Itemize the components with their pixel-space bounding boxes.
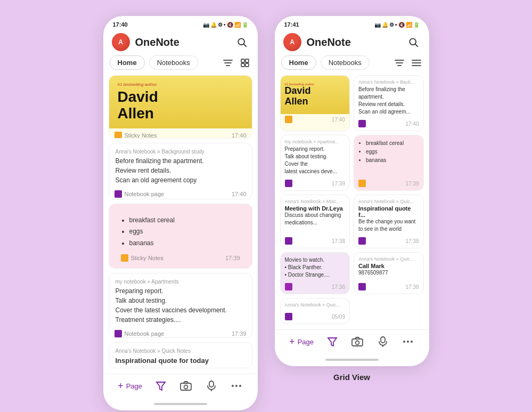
notebook-icon-4 — [114, 330, 122, 337]
list-scroll-area[interactable]: #1 bestselling author David Allen Sticky… — [103, 75, 258, 374]
grid-card-partial[interactable]: Anna's Notebook » Quic... 05/09 — [280, 298, 350, 324]
nb-icon-g6 — [358, 237, 366, 245]
sticky-note-icon-1 — [114, 132, 122, 139]
grid-view-phone: 17:41 📷 🔔 ⚙ • 🔇 📶 🔋 A OneNote — [275, 16, 429, 366]
svg-marker-25 — [328, 338, 337, 346]
card-time-2: 17:40 — [232, 191, 247, 197]
grid-footer-1: 17:40 — [281, 114, 350, 126]
page-label-left: Page — [126, 382, 142, 390]
svg-marker-9 — [157, 382, 165, 390]
add-icon-right: + — [289, 336, 295, 348]
svg-rect-5 — [241, 59, 244, 62]
sticky-icon-g4 — [358, 180, 366, 187]
card-meta-5: Anna's Notebook » Quick Notes — [116, 348, 245, 354]
card-footer-4: Notebook page 17:39 — [109, 328, 252, 338]
card-footer-sticky: Sticky Notes 17:40 — [109, 128, 252, 139]
card-footer-2: Notebook page 17:40 — [109, 188, 252, 199]
grid-icon-left[interactable] — [239, 56, 251, 69]
grid-body-6: Anna's Notebook » Quic... Inspirational … — [354, 195, 423, 236]
card-text-4: my notebook » Apartments Preparing repor… — [109, 273, 252, 328]
svg-rect-8 — [245, 63, 249, 67]
grid-meta-3: my notebook » Apartme... — [285, 139, 346, 144]
grid-card-david[interactable]: #1 bestselling author DavidAllen 17:40 — [280, 75, 350, 131]
notebook-icon-2 — [114, 190, 122, 198]
mic-button-right[interactable] — [377, 335, 389, 348]
grid-meta-9: Anna's Notebook » Quic... — [285, 302, 346, 308]
svg-point-27 — [356, 341, 359, 345]
app-title-right: OneNote — [307, 36, 400, 49]
grid-time-8: 17:38 — [405, 284, 419, 290]
tabs-row-left: Home Notebooks — [103, 55, 258, 75]
card-content-4: Preparing report. Talk about testing. Co… — [116, 286, 245, 325]
grid-footer-6: 17:38 — [354, 236, 423, 248]
search-button-right[interactable] — [406, 35, 421, 50]
svg-point-32 — [411, 341, 413, 343]
grid-view-label: Grid View — [333, 373, 370, 382]
card-content-5: Inspirational quote for today — [116, 356, 245, 366]
list-card-notebook-1[interactable]: Anna's Notebook » Background study Befor… — [109, 143, 252, 199]
tab-notebooks-right[interactable]: Notebooks — [321, 55, 370, 70]
list-icon-right[interactable] — [410, 56, 423, 69]
grid-content-5: Discuss about changing medications... — [285, 212, 346, 227]
nb-icon-g5 — [285, 237, 292, 245]
grid-card-pink[interactable]: breakfast cereal eggs bananas 17:39 — [354, 135, 424, 191]
search-button-left[interactable] — [234, 35, 249, 50]
grid-card-inspirational[interactable]: Anna's Notebook » Quic... Inspirational … — [354, 195, 424, 248]
tab-home-right[interactable]: Home — [281, 55, 316, 70]
grid-card-movies[interactable]: Movies to watch. • Black Panther. • Doct… — [280, 252, 350, 294]
more-button-left[interactable] — [230, 379, 243, 392]
david-allen-small-img: #1 bestselling author DavidAllen — [281, 76, 350, 114]
avatar-inner-right: A — [283, 33, 301, 51]
grid-time-9: 05/09 — [332, 314, 345, 320]
avatar-right[interactable]: A — [283, 33, 301, 51]
add-page-button-left[interactable]: + Page — [118, 381, 142, 392]
grid-card-call[interactable]: Anna's Notebook » Quic... Call Mark 9876… — [354, 252, 424, 294]
camera-button-right[interactable] — [351, 335, 364, 348]
status-icons-left: 📷 🔔 ⚙ • 🔇 📶 🔋 — [203, 22, 248, 28]
card-content-2: Before finalizing the apartment. Review … — [116, 156, 245, 185]
grid-body-5: Anna's Notebook » Misc... Meeting with D… — [281, 195, 350, 236]
grid-content-bold-5: Meeting with Dr.Leya — [285, 205, 346, 212]
svg-point-11 — [184, 385, 188, 389]
avatar-left[interactable]: A — [112, 33, 130, 51]
list-card-notebook-2[interactable]: my notebook » Apartments Preparing repor… — [109, 273, 252, 338]
grid-card-notebook-2[interactable]: my notebook » Apartme... Preparing repor… — [280, 135, 350, 191]
filter-button-right[interactable] — [326, 335, 339, 348]
svg-point-14 — [232, 385, 234, 387]
filter-icon-right[interactable] — [393, 56, 406, 69]
grid-body-7: Movies to watch. • Black Panther. • Doct… — [281, 253, 350, 281]
grid-body-2: Anna's Notebook » Back... Before finaliz… — [354, 76, 423, 118]
camera-button-left[interactable] — [179, 379, 192, 392]
filter-button-left[interactable] — [154, 379, 167, 392]
list-card-david-allen[interactable]: #1 bestselling author David Allen Sticky… — [109, 75, 252, 139]
grid-footer-5: 17:38 — [281, 236, 350, 248]
svg-rect-28 — [381, 337, 385, 343]
grid-meta-2: Anna's Notebook » Back... — [358, 79, 419, 85]
more-button-right[interactable] — [402, 335, 414, 348]
tab-home-left[interactable]: Home — [110, 55, 145, 70]
grid-scroll-area[interactable]: #1 bestselling author DavidAllen 17:40 A… — [275, 75, 429, 329]
grid-content-7: Movies to watch. • Black Panther. • Doct… — [285, 256, 346, 279]
grid-body-3: my notebook » Apartme... Preparing repor… — [281, 135, 350, 178]
grid-card-meeting[interactable]: Anna's Notebook » Misc... Meeting with D… — [280, 195, 350, 248]
grid-content-2: Before finalizing the apartment. Review … — [358, 86, 419, 116]
time-left: 17:40 — [113, 21, 128, 28]
list-card-sticky-pink[interactable]: breakfast cereal eggs bananas Sticky Not… — [109, 204, 252, 269]
mic-button-left[interactable] — [205, 379, 218, 392]
nb-label-2: Notebook page — [114, 190, 165, 198]
svg-rect-12 — [209, 381, 214, 387]
grid-view-wrapper: 17:41 📷 🔔 ⚙ • 🔇 📶 🔋 A OneNote — [275, 16, 429, 382]
list-card-partial[interactable]: Anna's Notebook » Quick Notes Inspiratio… — [109, 342, 252, 368]
tabs-row-right: Home Notebooks — [275, 55, 429, 75]
card-time-4: 17:39 — [232, 330, 247, 337]
grid-time-6: 17:38 — [405, 238, 419, 244]
add-page-button-right[interactable]: + Page — [289, 336, 314, 348]
svg-point-30 — [403, 341, 405, 343]
nb-icon-g2 — [358, 120, 366, 127]
filter-icon-left[interactable] — [222, 56, 234, 69]
grid-card-notebook-1[interactable]: Anna's Notebook » Back... Before finaliz… — [354, 75, 424, 131]
status-icons-right: 📷 🔔 ⚙ • 🔇 📶 🔋 — [374, 22, 420, 28]
tab-notebooks-left[interactable]: Notebooks — [149, 55, 198, 70]
grid-meta-8: Anna's Notebook » Quic... — [358, 256, 419, 262]
svg-point-15 — [235, 385, 238, 387]
